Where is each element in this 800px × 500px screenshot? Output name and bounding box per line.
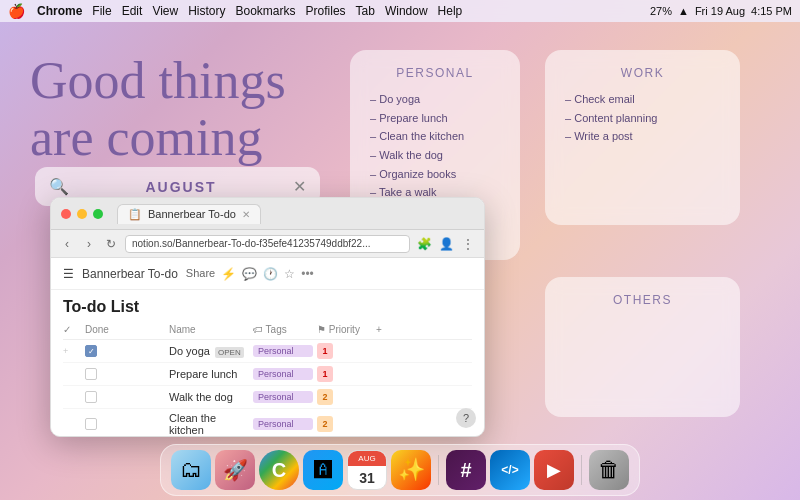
menu-bookmarks[interactable]: Bookmarks [236,4,296,18]
col-priority: ⚑ Priority [317,324,372,335]
close-button[interactable]: ✕ [293,177,306,196]
work-card: WORK Check email Content planning Write … [545,50,740,225]
col-add[interactable]: + [376,324,396,335]
url-bar[interactable]: notion.so/Bannerbear-To-do-f35efe4123574… [125,235,410,253]
done-checkbox[interactable] [85,418,97,430]
maximize-traffic-light[interactable] [93,209,103,219]
dock-calendar[interactable]: AUG 31 [347,450,387,490]
list-item: Walk the dog [370,146,500,165]
menu-window[interactable]: Window [385,4,428,18]
menu-file[interactable]: File [92,4,111,18]
list-item: Do yoga [370,90,500,109]
table-row: Clean the kitchen Personal 2 [63,409,472,436]
apple-menu[interactable]: 🍎 [8,3,25,19]
launchpad-icon: 🚀 [223,458,248,482]
priority-badge: 2 [317,416,333,432]
row-add-icon: + [63,346,81,356]
extensions-icon[interactable]: 🧩 [416,237,432,251]
priority-badge: 1 [317,343,333,359]
star-icon[interactable]: ☆ [284,267,295,281]
notion-app-name: Bannerbear To-do [82,267,178,281]
slack-icon: # [460,459,471,482]
task-name: Clean the kitchen [169,412,249,436]
close-traffic-light[interactable] [61,209,71,219]
done-checkbox[interactable] [85,345,97,357]
dock-trash[interactable]: 🗑 [589,450,629,490]
appstore-icon: 🅰 [314,460,332,481]
minimize-traffic-light[interactable] [77,209,87,219]
qview-icon: ▶ [547,459,561,481]
menu-bar: 🍎 Chrome File Edit View History Bookmark… [0,0,800,22]
tab-favicon: 📋 [128,208,142,221]
tab-title: Bannerbear To-do [148,208,236,220]
help-button[interactable]: ? [456,408,476,428]
personal-task-list: Do yoga Prepare lunch Clean the kitchen … [370,90,500,202]
dock: 🗂 🚀 C 🅰 AUG 31 ✨ # </> ▶ 🗑 [160,444,640,496]
dock-chrome[interactable]: C [259,450,299,490]
done-checkbox[interactable] [85,391,97,403]
url-text: notion.so/Bannerbear-To-do-f35efe4123574… [132,238,371,249]
calendar-day: 31 [359,466,375,489]
menu-history[interactable]: History [188,4,225,18]
dock-appstore[interactable]: 🅰 [303,450,343,490]
time-display: 4:15 PM [751,5,792,17]
hero-text: Good things are coming [30,52,286,166]
notion-actions: Share ⚡ 💬 🕐 ☆ ••• [186,267,314,281]
tab-close-icon[interactable]: ✕ [242,209,250,220]
open-label: OPEN [215,347,244,358]
menubar-left: 🍎 Chrome File Edit View History Bookmark… [8,3,650,19]
back-button[interactable]: ‹ [59,237,75,251]
date-time: Fri 19 Aug [695,5,745,17]
hero-line1: Good things [30,52,286,109]
dock-qview[interactable]: ▶ [534,450,574,490]
notion-menu-icon[interactable]: ☰ [63,267,74,281]
menu-help[interactable]: Help [438,4,463,18]
vscode-icon: </> [501,463,518,477]
browser-nav: ‹ › ↻ notion.so/Bannerbear-To-do-f35efe4… [51,230,484,258]
col-name: Name [169,324,249,335]
more-options-icon[interactable]: ⋮ [460,237,476,251]
dock-launchpad[interactable]: 🚀 [215,450,255,490]
dock-divider [438,455,439,485]
table-row: + Do yoga OPEN Personal 1 [63,340,472,363]
task-name: Walk the dog [169,391,249,403]
reload-button[interactable]: ↻ [103,237,119,251]
comment-icon[interactable]: 💬 [242,267,257,281]
dock-effects[interactable]: ✨ [391,450,431,490]
finder-icon: 🗂 [180,457,202,483]
list-item: Check email [565,90,720,109]
browser-window: 📋 Bannerbear To-do ✕ ‹ › ↻ notion.so/Ban… [50,197,485,437]
clock-icon[interactable]: 🕐 [263,267,278,281]
menu-edit[interactable]: Edit [122,4,143,18]
table-row: Prepare lunch Personal 1 [63,363,472,386]
list-item: Organize books [370,165,500,184]
hero-line2: are coming [30,109,286,166]
wifi-icon: ▲ [678,5,689,17]
app-name[interactable]: Chrome [37,4,82,18]
tag-badge: Personal [253,368,313,380]
table-header: ✓ Done Name 🏷 Tags ⚑ Priority + [63,320,472,340]
share-button[interactable]: Share [186,267,215,281]
menu-profiles[interactable]: Profiles [306,4,346,18]
month-label: AUGUST [77,179,285,195]
work-card-title: WORK [565,66,720,80]
notion-header: ☰ Bannerbear To-do Share ⚡ 💬 🕐 ☆ ••• [51,258,484,290]
menu-tab[interactable]: Tab [356,4,375,18]
tag-badge: Personal [253,418,313,430]
list-item: Content planning [565,109,720,128]
dock-finder[interactable]: 🗂 [171,450,211,490]
battery-indicator: 27% [650,5,672,17]
lightning-icon[interactable]: ⚡ [221,267,236,281]
chrome-icon: C [272,459,286,482]
tag-badge: Personal [253,391,313,403]
done-checkbox[interactable] [85,368,97,380]
col-tags: 🏷 Tags [253,324,313,335]
menu-view[interactable]: View [152,4,178,18]
dock-vscode[interactable]: </> [490,450,530,490]
profile-icon[interactable]: 👤 [438,237,454,251]
browser-tab[interactable]: 📋 Bannerbear To-do ✕ [117,204,261,224]
dock-slack[interactable]: # [446,450,486,490]
page-title: To-do List [63,290,472,320]
forward-button[interactable]: › [81,237,97,251]
more-icon[interactable]: ••• [301,267,314,281]
